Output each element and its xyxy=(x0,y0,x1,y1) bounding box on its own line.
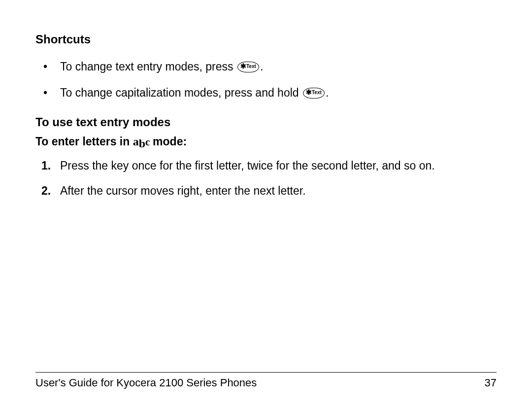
heading-shortcuts: Shortcuts xyxy=(35,32,497,47)
abc-mode-icon: abc xyxy=(133,136,153,148)
bullet-text-post: . xyxy=(326,86,329,99)
list-item: To change capitalization modes, press an… xyxy=(43,85,497,101)
key-label: Text xyxy=(246,64,256,69)
abc-a: a xyxy=(133,135,139,148)
list-item: 2. After the cursor moves right, enter t… xyxy=(41,183,497,199)
asterisk-icon: ✱ xyxy=(240,63,246,69)
asterisk-icon: ✱ xyxy=(306,89,312,96)
shortcuts-list: To change text entry modes, press ✱ Text… xyxy=(35,59,497,101)
bullet-text-pre: To change text entry modes, press xyxy=(60,60,233,73)
step-text: Press the key once for the first letter,… xyxy=(60,159,435,172)
footer-title: User's Guide for Kyocera 2100 Series Pho… xyxy=(35,377,257,389)
bullet-text-pre: To change capitalization modes, press an… xyxy=(60,86,299,99)
key-label: Text xyxy=(312,90,322,95)
bullet-text-post: . xyxy=(260,60,263,73)
heading-pre: To enter letters in xyxy=(35,135,130,148)
page-number: 37 xyxy=(485,377,497,389)
abc-b: b xyxy=(139,137,145,150)
step-text: After the cursor moves right, enter the … xyxy=(60,184,306,197)
heading-enter-letters: To enter letters in abc mode: xyxy=(35,134,497,149)
star-text-key-icon: ✱ Text xyxy=(303,88,325,99)
heading-post: mode: xyxy=(153,135,187,148)
step-number: 2. xyxy=(41,183,51,199)
page-footer: User's Guide for Kyocera 2100 Series Pho… xyxy=(35,372,497,389)
step-number: 1. xyxy=(41,158,51,173)
abc-c: c xyxy=(145,136,150,148)
steps-list: 1. Press the key once for the first lett… xyxy=(35,158,497,199)
star-text-key-icon: ✱ Text xyxy=(237,62,259,72)
list-item: To change text entry modes, press ✱ Text… xyxy=(43,59,497,74)
page-content: Shortcuts To change text entry modes, pr… xyxy=(35,32,497,199)
heading-use-modes: To use text entry modes xyxy=(35,114,497,130)
list-item: 1. Press the key once for the first lett… xyxy=(41,158,497,173)
